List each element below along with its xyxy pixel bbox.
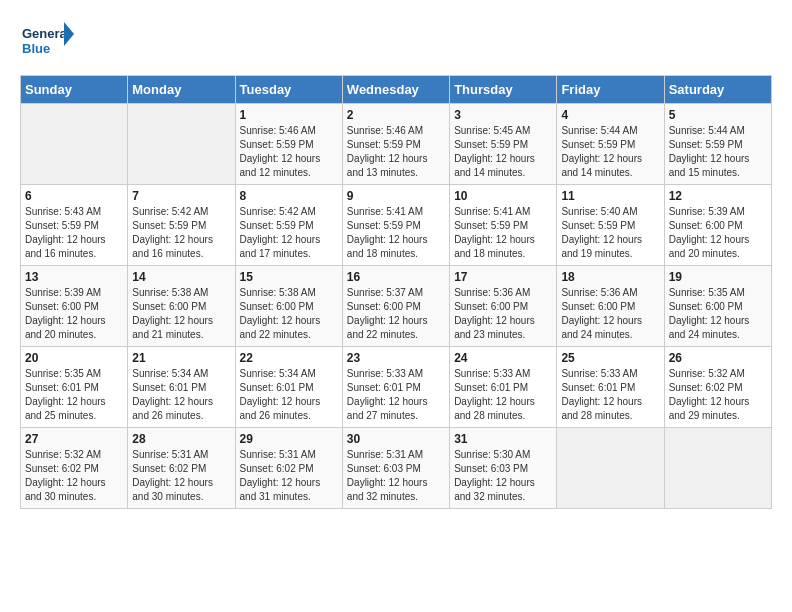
day-cell: 17Sunrise: 5:36 AM Sunset: 6:00 PM Dayli…: [450, 266, 557, 347]
svg-text:General: General: [22, 26, 70, 41]
day-cell: 28Sunrise: 5:31 AM Sunset: 6:02 PM Dayli…: [128, 428, 235, 509]
day-number: 14: [132, 270, 230, 284]
day-number: 18: [561, 270, 659, 284]
day-header-wednesday: Wednesday: [342, 76, 449, 104]
day-info: Sunrise: 5:31 AM Sunset: 6:02 PM Dayligh…: [132, 448, 230, 504]
day-header-friday: Friday: [557, 76, 664, 104]
day-info: Sunrise: 5:30 AM Sunset: 6:03 PM Dayligh…: [454, 448, 552, 504]
day-number: 6: [25, 189, 123, 203]
day-number: 27: [25, 432, 123, 446]
day-number: 26: [669, 351, 767, 365]
day-number: 31: [454, 432, 552, 446]
day-info: Sunrise: 5:33 AM Sunset: 6:01 PM Dayligh…: [561, 367, 659, 423]
day-cell: 31Sunrise: 5:30 AM Sunset: 6:03 PM Dayli…: [450, 428, 557, 509]
day-info: Sunrise: 5:44 AM Sunset: 5:59 PM Dayligh…: [669, 124, 767, 180]
week-row-1: 1Sunrise: 5:46 AM Sunset: 5:59 PM Daylig…: [21, 104, 772, 185]
day-cell: 3Sunrise: 5:45 AM Sunset: 5:59 PM Daylig…: [450, 104, 557, 185]
day-cell: 15Sunrise: 5:38 AM Sunset: 6:00 PM Dayli…: [235, 266, 342, 347]
day-cell: 18Sunrise: 5:36 AM Sunset: 6:00 PM Dayli…: [557, 266, 664, 347]
day-number: 20: [25, 351, 123, 365]
day-cell: [128, 104, 235, 185]
week-row-2: 6Sunrise: 5:43 AM Sunset: 5:59 PM Daylig…: [21, 185, 772, 266]
day-header-sunday: Sunday: [21, 76, 128, 104]
day-cell: 2Sunrise: 5:46 AM Sunset: 5:59 PM Daylig…: [342, 104, 449, 185]
day-number: 24: [454, 351, 552, 365]
day-number: 22: [240, 351, 338, 365]
day-info: Sunrise: 5:42 AM Sunset: 5:59 PM Dayligh…: [132, 205, 230, 261]
day-info: Sunrise: 5:46 AM Sunset: 5:59 PM Dayligh…: [347, 124, 445, 180]
day-header-tuesday: Tuesday: [235, 76, 342, 104]
week-row-5: 27Sunrise: 5:32 AM Sunset: 6:02 PM Dayli…: [21, 428, 772, 509]
day-number: 12: [669, 189, 767, 203]
day-info: Sunrise: 5:40 AM Sunset: 5:59 PM Dayligh…: [561, 205, 659, 261]
day-cell: [557, 428, 664, 509]
day-cell: 1Sunrise: 5:46 AM Sunset: 5:59 PM Daylig…: [235, 104, 342, 185]
day-number: 15: [240, 270, 338, 284]
day-number: 17: [454, 270, 552, 284]
day-cell: 23Sunrise: 5:33 AM Sunset: 6:01 PM Dayli…: [342, 347, 449, 428]
day-cell: 29Sunrise: 5:31 AM Sunset: 6:02 PM Dayli…: [235, 428, 342, 509]
day-info: Sunrise: 5:39 AM Sunset: 6:00 PM Dayligh…: [669, 205, 767, 261]
day-number: 1: [240, 108, 338, 122]
day-cell: 25Sunrise: 5:33 AM Sunset: 6:01 PM Dayli…: [557, 347, 664, 428]
day-cell: 14Sunrise: 5:38 AM Sunset: 6:00 PM Dayli…: [128, 266, 235, 347]
day-cell: 5Sunrise: 5:44 AM Sunset: 5:59 PM Daylig…: [664, 104, 771, 185]
day-number: 25: [561, 351, 659, 365]
day-cell: 8Sunrise: 5:42 AM Sunset: 5:59 PM Daylig…: [235, 185, 342, 266]
day-info: Sunrise: 5:46 AM Sunset: 5:59 PM Dayligh…: [240, 124, 338, 180]
day-info: Sunrise: 5:31 AM Sunset: 6:02 PM Dayligh…: [240, 448, 338, 504]
week-row-3: 13Sunrise: 5:39 AM Sunset: 6:00 PM Dayli…: [21, 266, 772, 347]
day-info: Sunrise: 5:43 AM Sunset: 5:59 PM Dayligh…: [25, 205, 123, 261]
day-cell: 7Sunrise: 5:42 AM Sunset: 5:59 PM Daylig…: [128, 185, 235, 266]
day-number: 8: [240, 189, 338, 203]
day-number: 16: [347, 270, 445, 284]
day-cell: 4Sunrise: 5:44 AM Sunset: 5:59 PM Daylig…: [557, 104, 664, 185]
day-number: 11: [561, 189, 659, 203]
day-info: Sunrise: 5:42 AM Sunset: 5:59 PM Dayligh…: [240, 205, 338, 261]
logo: General Blue: [20, 20, 75, 65]
svg-text:Blue: Blue: [22, 41, 50, 56]
day-cell: 27Sunrise: 5:32 AM Sunset: 6:02 PM Dayli…: [21, 428, 128, 509]
day-info: Sunrise: 5:32 AM Sunset: 6:02 PM Dayligh…: [669, 367, 767, 423]
day-number: 30: [347, 432, 445, 446]
day-info: Sunrise: 5:39 AM Sunset: 6:00 PM Dayligh…: [25, 286, 123, 342]
day-number: 7: [132, 189, 230, 203]
logo-svg: General Blue: [20, 20, 75, 65]
header: General Blue: [20, 20, 772, 65]
day-cell: 10Sunrise: 5:41 AM Sunset: 5:59 PM Dayli…: [450, 185, 557, 266]
day-info: Sunrise: 5:33 AM Sunset: 6:01 PM Dayligh…: [347, 367, 445, 423]
day-info: Sunrise: 5:35 AM Sunset: 6:01 PM Dayligh…: [25, 367, 123, 423]
day-info: Sunrise: 5:37 AM Sunset: 6:00 PM Dayligh…: [347, 286, 445, 342]
day-info: Sunrise: 5:31 AM Sunset: 6:03 PM Dayligh…: [347, 448, 445, 504]
day-number: 28: [132, 432, 230, 446]
day-cell: 9Sunrise: 5:41 AM Sunset: 5:59 PM Daylig…: [342, 185, 449, 266]
day-info: Sunrise: 5:38 AM Sunset: 6:00 PM Dayligh…: [240, 286, 338, 342]
day-cell: 30Sunrise: 5:31 AM Sunset: 6:03 PM Dayli…: [342, 428, 449, 509]
day-number: 5: [669, 108, 767, 122]
day-info: Sunrise: 5:41 AM Sunset: 5:59 PM Dayligh…: [454, 205, 552, 261]
day-number: 2: [347, 108, 445, 122]
day-cell: 21Sunrise: 5:34 AM Sunset: 6:01 PM Dayli…: [128, 347, 235, 428]
day-number: 29: [240, 432, 338, 446]
day-cell: 22Sunrise: 5:34 AM Sunset: 6:01 PM Dayli…: [235, 347, 342, 428]
day-number: 19: [669, 270, 767, 284]
day-cell: 11Sunrise: 5:40 AM Sunset: 5:59 PM Dayli…: [557, 185, 664, 266]
day-cell: 19Sunrise: 5:35 AM Sunset: 6:00 PM Dayli…: [664, 266, 771, 347]
day-cell: 20Sunrise: 5:35 AM Sunset: 6:01 PM Dayli…: [21, 347, 128, 428]
day-number: 3: [454, 108, 552, 122]
day-header-monday: Monday: [128, 76, 235, 104]
day-info: Sunrise: 5:41 AM Sunset: 5:59 PM Dayligh…: [347, 205, 445, 261]
day-cell: [21, 104, 128, 185]
day-number: 9: [347, 189, 445, 203]
day-info: Sunrise: 5:45 AM Sunset: 5:59 PM Dayligh…: [454, 124, 552, 180]
day-info: Sunrise: 5:35 AM Sunset: 6:00 PM Dayligh…: [669, 286, 767, 342]
day-number: 13: [25, 270, 123, 284]
day-info: Sunrise: 5:34 AM Sunset: 6:01 PM Dayligh…: [132, 367, 230, 423]
week-row-4: 20Sunrise: 5:35 AM Sunset: 6:01 PM Dayli…: [21, 347, 772, 428]
day-info: Sunrise: 5:44 AM Sunset: 5:59 PM Dayligh…: [561, 124, 659, 180]
day-info: Sunrise: 5:38 AM Sunset: 6:00 PM Dayligh…: [132, 286, 230, 342]
day-number: 4: [561, 108, 659, 122]
day-cell: 24Sunrise: 5:33 AM Sunset: 6:01 PM Dayli…: [450, 347, 557, 428]
day-cell: 16Sunrise: 5:37 AM Sunset: 6:00 PM Dayli…: [342, 266, 449, 347]
day-cell: 6Sunrise: 5:43 AM Sunset: 5:59 PM Daylig…: [21, 185, 128, 266]
